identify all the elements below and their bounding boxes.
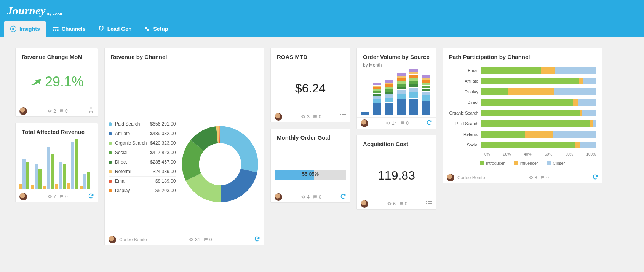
card-footer: 7 0	[16, 191, 98, 202]
channels-icon	[52, 25, 59, 32]
views-count: 2	[47, 108, 56, 114]
svg-rect-19	[426, 203, 427, 204]
card-subtitle: by Month	[357, 62, 436, 68]
card-title: Order Volume by Source	[357, 48, 436, 62]
card-title: Revenue Change MoM	[16, 48, 98, 62]
card-title: Monthly Order Goal	[271, 129, 350, 143]
nav-leadgen[interactable]: Lead Gen	[92, 21, 138, 37]
avatar	[109, 236, 116, 243]
card-roas: ROAS MTD $6.24 3 0	[270, 48, 350, 122]
views-count: 31	[189, 237, 200, 242]
svg-rect-13	[340, 116, 341, 116]
svg-point-1	[12, 28, 14, 30]
avatar	[361, 119, 368, 127]
card-affected-revenue: Total Affected Revenue 7 0	[15, 123, 98, 202]
comments-count: 0	[399, 201, 407, 207]
main-nav: Insights Channels Lead Gen Setup	[0, 21, 644, 37]
avatar	[19, 193, 27, 200]
card-footer: 4 0	[271, 191, 350, 202]
magnet-icon	[98, 25, 105, 32]
affected-revenue-chart	[16, 137, 98, 191]
refresh-icon[interactable]	[340, 193, 346, 200]
card-acq-cost: Acquisition Cost 119.83 6 0	[356, 135, 436, 210]
card-revenue-change: Revenue Change MoM 29.1% 2 0	[15, 48, 98, 117]
arrow-up-icon	[30, 77, 43, 86]
nav-channels[interactable]: Channels	[46, 21, 92, 37]
svg-rect-5	[57, 30, 58, 31]
card-footer: 14 0	[357, 117, 436, 129]
svg-point-10	[92, 111, 93, 113]
gear-icon	[144, 25, 150, 32]
views-count: 8	[529, 175, 537, 180]
avatar	[275, 113, 282, 121]
avatar	[19, 107, 27, 115]
comments-count: 0	[59, 108, 68, 114]
svg-rect-11	[340, 114, 341, 115]
nav-label: Channels	[62, 26, 86, 32]
svg-rect-18	[428, 201, 432, 202]
comments-count: 0	[203, 237, 212, 242]
comments-count: 0	[540, 175, 549, 180]
card-order-volume: Order Volume by Source by Month 14 0	[356, 48, 436, 129]
insights-icon	[10, 25, 17, 32]
svg-rect-2	[53, 27, 58, 28]
nav-label: Lead Gen	[107, 26, 132, 32]
refresh-icon[interactable]	[426, 119, 432, 127]
comments-count: 0	[400, 121, 409, 126]
views-count: 3	[301, 114, 310, 119]
svg-point-9	[89, 111, 90, 113]
acq-cost-value: 119.83	[357, 150, 436, 198]
views-count: 6	[387, 201, 396, 207]
svg-rect-21	[426, 205, 427, 205]
nav-setup[interactable]: Setup	[137, 21, 174, 37]
nav-insights[interactable]: Insights	[4, 21, 46, 37]
card-title: Path Participation by Channel	[443, 48, 602, 62]
views-count: 4	[301, 194, 310, 200]
branch-icon[interactable]	[88, 107, 94, 115]
list-icon[interactable]	[340, 114, 346, 119]
svg-rect-15	[340, 118, 341, 118]
views-count: 7	[47, 194, 56, 199]
logo-text: Journey	[7, 4, 46, 17]
svg-rect-20	[428, 203, 432, 204]
nav-label: Insights	[19, 26, 40, 32]
card-title: Total Affected Revenue	[16, 123, 98, 137]
dashboard: Revenue Change MoM 29.1% 2 0 Total Affec…	[0, 37, 644, 253]
svg-rect-4	[55, 30, 56, 31]
card-footer: 2 0	[16, 105, 98, 116]
refresh-icon[interactable]	[254, 236, 260, 243]
card-title: Acquisition Cost	[357, 135, 436, 150]
refresh-icon[interactable]	[592, 174, 598, 181]
views-count: 14	[386, 121, 397, 126]
card-footer: Carlee Benito 8 0	[443, 172, 602, 183]
svg-rect-22	[428, 205, 432, 205]
svg-point-7	[147, 29, 149, 31]
chart-legend: Introducer Influencer Closer	[449, 161, 596, 165]
svg-rect-12	[342, 114, 346, 115]
card-footer: 3 0	[271, 111, 350, 122]
card-footer: 6 0	[357, 198, 436, 209]
progress-bar: 55.05%	[275, 170, 346, 180]
svg-rect-14	[342, 116, 346, 116]
avatar	[275, 193, 282, 201]
comments-count: 0	[313, 194, 321, 200]
card-revenue-by-channel: Revenue by Channel Paid Search$656,291.0…	[104, 48, 264, 245]
revenue-change-value: 29.1%	[16, 62, 98, 105]
order-volume-chart	[357, 68, 436, 117]
avatar	[447, 174, 454, 181]
svg-rect-17	[426, 201, 427, 202]
svg-rect-3	[53, 30, 54, 31]
author-name: Carlee Benito	[457, 175, 485, 180]
author-name: Carlee Benito	[119, 237, 147, 242]
top-bar: Journey By CAKE	[0, 0, 644, 21]
card-path-participation: Path Participation by Channel Email Affi…	[443, 48, 602, 183]
list-icon[interactable]	[426, 201, 432, 207]
card-title: Revenue by Channel	[105, 48, 264, 62]
card-title: ROAS MTD	[271, 48, 350, 62]
avatar	[361, 200, 368, 208]
refresh-icon[interactable]	[88, 193, 94, 200]
card-order-goal: Monthly Order Goal 55.05% 4 0	[270, 129, 350, 203]
card-footer: Carlee Benito 31 0	[105, 234, 264, 245]
svg-point-6	[145, 27, 147, 29]
svg-point-8	[91, 108, 92, 109]
